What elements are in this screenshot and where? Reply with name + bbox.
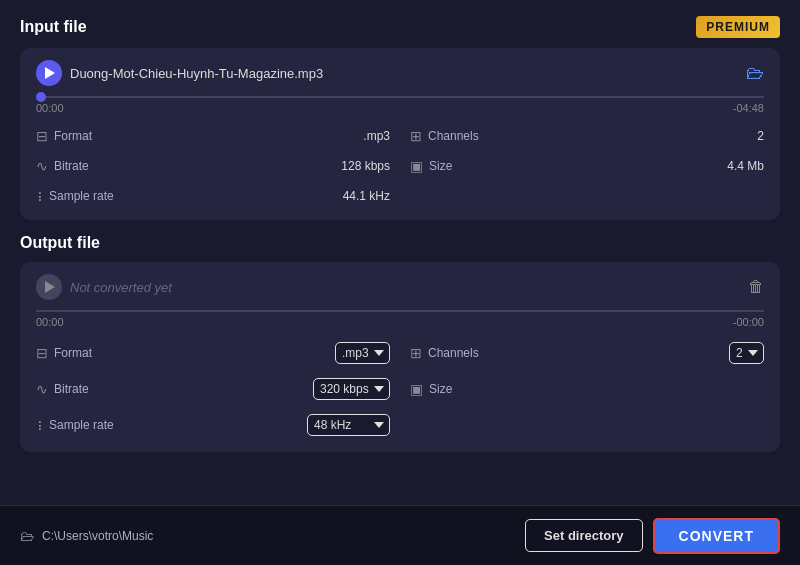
output-section-title: Output file — [20, 234, 100, 252]
input-section-title: Input file — [20, 18, 87, 36]
output-size-icon: ▣ — [410, 381, 423, 397]
format-icon: ⊟ — [36, 128, 48, 144]
output-format-select[interactable]: .mp3 .wav .flac .aac .ogg — [335, 342, 390, 364]
input-channels-value: 2 — [757, 129, 764, 143]
play-icon — [45, 67, 55, 79]
input-folder-icon[interactable]: 🗁 — [746, 63, 764, 84]
input-channels-row: ⊞ Channels 2 — [410, 124, 764, 148]
samplerate-icon: ⫶ — [36, 188, 43, 204]
set-directory-button[interactable]: Set directory — [525, 519, 642, 552]
input-size-value: 4.4 Mb — [727, 159, 764, 173]
output-samplerate-select[interactable]: 48 kHz 44.1 kHz 22.05 kHz 16 kHz — [307, 414, 390, 436]
input-file-row: Duong-Mot-Chieu-Huynh-Tu-Magazine.mp3 🗁 — [36, 60, 764, 86]
output-time-row: 00:00 -00:00 — [36, 316, 764, 328]
size-icon: ▣ — [410, 158, 423, 174]
bottom-right-actions: Set directory CONVERT — [525, 518, 780, 554]
input-bitrate-value: 128 kbps — [341, 159, 390, 173]
output-trash-icon[interactable]: 🗑 — [748, 278, 764, 296]
input-samplerate-row: ⫶ Sample rate 44.1 kHz — [36, 184, 390, 208]
input-samplerate-label: Sample rate — [49, 189, 114, 203]
output-file-card: Not converted yet 🗑 00:00 -00:00 ⊟ Forma… — [20, 262, 780, 452]
input-progress-track — [36, 96, 764, 98]
convert-button[interactable]: CONVERT — [653, 518, 780, 554]
output-samplerate-label: Sample rate — [49, 418, 114, 432]
input-format-row: ⊟ Format .mp3 — [36, 124, 390, 148]
input-filename: Duong-Mot-Chieu-Huynh-Tu-Magazine.mp3 — [70, 66, 323, 81]
input-time-row: 00:00 -04:48 — [36, 102, 764, 114]
output-filename-placeholder: Not converted yet — [70, 280, 172, 295]
output-format-icon: ⊟ — [36, 345, 48, 361]
input-bitrate-label: Bitrate — [54, 159, 89, 173]
input-channels-label: Channels — [428, 129, 479, 143]
output-play-icon — [45, 281, 55, 293]
output-bitrate-icon: ∿ — [36, 381, 48, 397]
bitrate-icon: ∿ — [36, 158, 48, 174]
output-size-row: ▣ Size — [410, 374, 764, 404]
output-samplerate-row: ⫶ Sample rate 48 kHz 44.1 kHz 22.05 kHz … — [36, 410, 390, 440]
output-channels-row: ⊞ Channels 1 2 — [410, 338, 764, 368]
input-time-start: 00:00 — [36, 102, 64, 114]
output-channels-select[interactable]: 1 2 — [729, 342, 764, 364]
output-channels-icon: ⊞ — [410, 345, 422, 361]
output-time-start: 00:00 — [36, 316, 64, 328]
output-bitrate-row: ∿ Bitrate 320 kbps 256 kbps 192 kbps 128… — [36, 374, 390, 404]
output-file-row: Not converted yet 🗑 — [36, 274, 764, 300]
input-size-label: Size — [429, 159, 452, 173]
input-progress-dot — [36, 92, 46, 102]
output-channels-label: Channels — [428, 346, 479, 360]
input-bitrate-row: ∿ Bitrate 128 kbps — [36, 154, 390, 178]
output-samplerate-icon: ⫶ — [36, 417, 43, 433]
output-bitrate-select[interactable]: 320 kbps 256 kbps 192 kbps 128 kbps 64 k… — [313, 378, 390, 400]
input-file-card: Duong-Mot-Chieu-Huynh-Tu-Magazine.mp3 🗁 … — [20, 48, 780, 220]
input-progress-container[interactable] — [36, 96, 764, 98]
directory-path: 🗁 C:\Users\votro\Music — [20, 528, 153, 544]
output-bitrate-label: Bitrate — [54, 382, 89, 396]
input-size-row: ▣ Size 4.4 Mb — [410, 154, 764, 178]
directory-path-text: C:\Users\votro\Music — [42, 529, 153, 543]
directory-folder-icon: 🗁 — [20, 528, 34, 544]
output-info-grid: ⊟ Format .mp3 .wav .flac .aac .ogg ⊞ Cha… — [36, 338, 764, 440]
output-format-row: ⊟ Format .mp3 .wav .flac .aac .ogg — [36, 338, 390, 368]
output-progress-container — [36, 310, 764, 312]
channels-icon: ⊞ — [410, 128, 422, 144]
bottom-bar: 🗁 C:\Users\votro\Music Set directory CON… — [0, 505, 800, 565]
input-samplerate-value: 44.1 kHz — [343, 189, 390, 203]
premium-badge: PREMIUM — [696, 16, 780, 38]
output-time-end: -00:00 — [733, 316, 764, 328]
output-play-button[interactable] — [36, 274, 62, 300]
input-format-value: .mp3 — [363, 129, 390, 143]
input-format-label: Format — [54, 129, 92, 143]
output-size-label: Size — [429, 382, 452, 396]
output-progress-track — [36, 310, 764, 312]
input-time-end: -04:48 — [733, 102, 764, 114]
output-format-label: Format — [54, 346, 92, 360]
input-info-grid: ⊟ Format .mp3 ⊞ Channels 2 ∿ Bitrate 128… — [36, 124, 764, 208]
input-play-button[interactable] — [36, 60, 62, 86]
